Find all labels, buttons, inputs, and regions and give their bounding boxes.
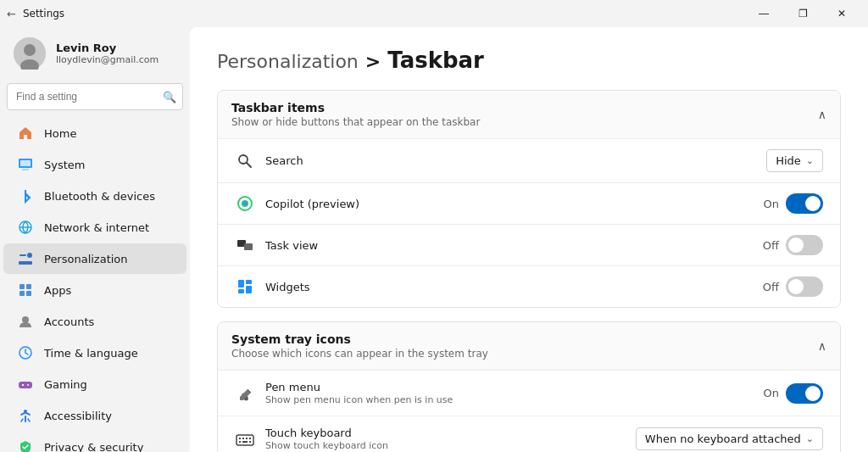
copilot-toggle[interactable]	[786, 193, 823, 214]
copilot-toggle-thumb	[805, 196, 821, 211]
search-dropdown[interactable]: Hide⌄	[766, 149, 823, 172]
breadcrumb-arrow: >	[365, 51, 381, 72]
pen-menu-toggle[interactable]	[786, 383, 823, 404]
sidebar-item-bluetooth[interactable]: Bluetooth & devices	[3, 181, 186, 211]
search-icon	[235, 151, 255, 171]
copilot-name: Copilot (preview)	[265, 198, 359, 210]
gaming-label: Gaming	[44, 378, 87, 391]
taskview-name: Task view	[265, 239, 318, 252]
minimize-button[interactable]: —	[744, 0, 783, 27]
touch-keyboard-dropdown-arrow: ⌄	[806, 433, 814, 444]
section-system-tray: System tray iconsChoose which icons can …	[217, 321, 841, 452]
section-subtitle-taskbar-items: Show or hide buttons that appear on the …	[231, 116, 480, 128]
widgets-toggle[interactable]	[786, 276, 823, 297]
sidebar-item-network[interactable]: Network & internet	[3, 212, 186, 243]
widgets-toggle-label: Off	[759, 281, 779, 293]
touch-keyboard-name: Touch keyboard	[265, 427, 388, 439]
widgets-icon	[235, 276, 255, 297]
search-icon: 🔍	[163, 91, 176, 103]
setting-row-widgets: WidgetsOff	[218, 265, 840, 307]
search-name: Search	[265, 154, 303, 167]
svg-rect-39	[242, 441, 248, 443]
titlebar: ← Settings — ❐ ✕	[0, 0, 868, 27]
time-label: Time & language	[44, 347, 138, 360]
section-chevron-taskbar-items: ∧	[818, 108, 826, 121]
personalization-icon	[17, 250, 34, 267]
user-name: Levin Roy	[56, 42, 159, 54]
svg-rect-16	[19, 382, 32, 388]
bluetooth-label: Bluetooth & devices	[44, 190, 155, 203]
breadcrumb-parent: Personalization	[217, 51, 359, 72]
sidebar-item-accessibility[interactable]: Accessibility	[3, 400, 186, 431]
search-dropdown-value: Hide	[776, 154, 801, 167]
pen-menu-toggle-thumb	[805, 386, 821, 401]
avatar	[14, 37, 46, 70]
search-dropdown-arrow: ⌄	[806, 155, 814, 166]
svg-rect-10	[19, 284, 25, 289]
setting-row-taskview: Task viewOff	[218, 224, 840, 265]
setting-row-touch-keyboard: Touch keyboardShow touch keyboard iconWh…	[218, 416, 840, 452]
copilot-toggle-label: On	[759, 198, 779, 210]
sidebar-item-personalization[interactable]: Personalization	[3, 243, 186, 274]
svg-rect-40	[249, 441, 251, 443]
taskview-icon	[235, 235, 255, 255]
gaming-icon	[17, 376, 34, 393]
system-label: System	[44, 159, 85, 171]
svg-rect-5	[20, 160, 31, 166]
time-icon	[17, 344, 34, 361]
close-button[interactable]: ✕	[822, 0, 861, 27]
svg-rect-9	[19, 254, 26, 256]
svg-rect-27	[244, 243, 253, 250]
back-icon[interactable]: ←	[7, 8, 16, 20]
sidebar-item-time[interactable]: Time & language	[3, 338, 186, 368]
user-email: lloydlevin@gmail.com	[56, 54, 159, 65]
taskview-toggle[interactable]	[786, 235, 823, 255]
personalization-label: Personalization	[44, 253, 128, 265]
sidebar-item-home[interactable]: Home	[3, 118, 186, 148]
sidebar-item-privacy[interactable]: Privacy & security	[3, 432, 186, 452]
pen-menu-icon	[235, 383, 255, 404]
breadcrumb-current: Taskbar	[387, 47, 484, 73]
svg-point-1	[24, 44, 36, 56]
touch-keyboard-dropdown[interactable]: When no keyboard attached⌄	[636, 427, 823, 450]
widgets-toggle-thumb	[788, 279, 804, 294]
sidebar-item-accounts[interactable]: Accounts	[3, 306, 186, 337]
svg-rect-38	[239, 441, 241, 443]
svg-rect-12	[19, 291, 25, 296]
svg-rect-30	[246, 280, 252, 284]
maximize-button[interactable]: ❐	[783, 0, 822, 27]
section-header-system-tray[interactable]: System tray iconsChoose which icons can …	[218, 322, 840, 370]
home-label: Home	[44, 127, 76, 140]
privacy-icon	[17, 438, 34, 452]
section-header-taskbar-items[interactable]: Taskbar itemsShow or hide buttons that a…	[218, 91, 840, 138]
svg-rect-33	[236, 435, 253, 445]
user-profile[interactable]: Levin Roy lloydlevin@gmail.com	[0, 27, 190, 83]
svg-rect-37	[249, 438, 251, 439]
sections-container: Taskbar itemsShow or hide buttons that a…	[217, 90, 841, 452]
accessibility-icon	[17, 407, 34, 424]
section-subtitle-system-tray: Choose which icons can appear in the sys…	[231, 348, 488, 360]
pen-menu-desc: Show pen menu icon when pen is in use	[265, 394, 453, 405]
setting-row-search: SearchHide⌄	[218, 138, 840, 182]
sidebar-nav: HomeSystemBluetooth & devicesNetwork & i…	[0, 117, 190, 452]
copilot-icon	[235, 193, 255, 214]
app-body: Levin Roy lloydlevin@gmail.com 🔍 HomeSys…	[0, 27, 868, 452]
titlebar-title: Settings	[23, 8, 64, 20]
setting-row-pen-menu: Pen menuShow pen menu icon when pen is i…	[218, 370, 840, 416]
bluetooth-icon	[17, 187, 34, 204]
pen-menu-toggle-label: On	[759, 387, 779, 399]
setting-row-copilot: Copilot (preview)On	[218, 182, 840, 224]
system-icon	[17, 156, 34, 173]
main-content: Personalization > Taskbar Taskbar itemsS…	[190, 27, 868, 452]
touch-keyboard-dropdown-value: When no keyboard attached	[645, 432, 801, 445]
svg-rect-36	[246, 438, 248, 439]
svg-rect-28	[238, 280, 244, 287]
svg-rect-4	[22, 169, 29, 170]
svg-rect-35	[242, 438, 244, 439]
sidebar-item-apps[interactable]: Apps	[3, 275, 186, 305]
search-box[interactable]: 🔍	[7, 83, 183, 110]
search-input[interactable]	[7, 83, 183, 110]
network-label: Network & internet	[44, 221, 149, 234]
sidebar-item-gaming[interactable]: Gaming	[3, 369, 186, 399]
sidebar-item-system[interactable]: System	[3, 149, 186, 180]
